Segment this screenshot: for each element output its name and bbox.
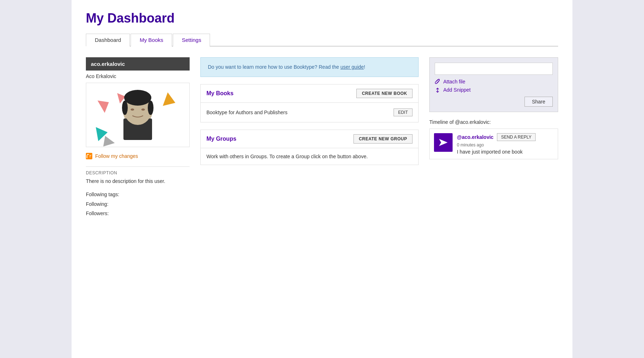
timeline-time: 0 minutes ago xyxy=(457,142,536,147)
svg-marker-0 xyxy=(98,96,113,113)
svg-marker-14 xyxy=(439,139,448,146)
svg-point-11 xyxy=(131,108,134,111)
follow-changes-link[interactable]: Follow my changes xyxy=(95,153,138,159)
share-button[interactable]: Share xyxy=(525,97,553,107)
avatar-area xyxy=(86,83,190,147)
send-reply-button[interactable]: SEND A REPLY xyxy=(497,133,535,141)
timeline-avatar xyxy=(434,133,453,152)
timeline-section: Timeline of @aco.erkalovic: @aco.erkalov… xyxy=(429,119,558,159)
left-column: aco.erkalovic Aco Erkalovic xyxy=(86,57,190,218)
my-books-section: My Books CREATE NEW BOOK Booktype for Au… xyxy=(200,84,419,122)
create-new-group-button[interactable]: CREATE NEW GROUP xyxy=(353,134,413,144)
attach-file-link[interactable]: Attach file xyxy=(435,78,553,84)
my-books-body: Booktype for Authors and Publishers EDIT xyxy=(201,103,418,122)
middle-column: Do you want to learn more how to use Boo… xyxy=(200,57,419,172)
my-groups-header: My Groups CREATE NEW GROUP xyxy=(201,130,418,148)
svg-point-12 xyxy=(141,108,145,111)
groups-body-text: Work with others in Groups. To create a … xyxy=(206,153,413,160)
banner-text-after: ! xyxy=(364,64,365,70)
description-text: There is no description for this user. xyxy=(86,178,190,184)
following-tags-label: Following tags: xyxy=(86,190,190,199)
snippet-area: Attach file Add Snippet Share xyxy=(429,57,558,112)
timeline-content: @aco.erkalovic SEND A REPLY 0 minutes ag… xyxy=(457,133,536,155)
tab-dashboard[interactable]: Dashboard xyxy=(86,34,130,47)
paperclip-icon xyxy=(435,78,440,84)
edit-book-button[interactable]: EDIT xyxy=(394,108,413,116)
full-name: Aco Erkalovic xyxy=(86,72,190,83)
right-column: Attach file Add Snippet Share xyxy=(429,57,558,159)
my-groups-body: Work with others in Groups. To create a … xyxy=(201,148,418,165)
add-snippet-link[interactable]: Add Snippet xyxy=(435,87,553,93)
svg-marker-3 xyxy=(103,136,116,147)
followers-label: Followers: xyxy=(86,209,190,218)
description-label: DESCRIPTION xyxy=(86,166,190,175)
snippet-icon xyxy=(435,87,440,93)
following-label: Following: xyxy=(86,199,190,209)
banner-text-before: Do you want to learn more how to use Boo… xyxy=(208,64,340,70)
tabs-nav: Dashboard My Books Settings xyxy=(86,33,558,47)
book-row: Booktype for Authors and Publishers EDIT xyxy=(206,107,413,118)
my-books-header: My Books CREATE NEW BOOK xyxy=(201,84,418,103)
timeline-username: @aco.erkalovic xyxy=(457,134,493,140)
rss-icon xyxy=(86,153,92,159)
svg-point-8 xyxy=(124,90,151,106)
tab-settings[interactable]: Settings xyxy=(173,34,210,47)
timeline-title: Timeline of @aco.erkalovic: xyxy=(429,119,558,125)
avatar-logo-icon xyxy=(437,136,450,149)
info-banner: Do you want to learn more how to use Boo… xyxy=(200,57,419,77)
follow-link-row: Follow my changes xyxy=(86,153,190,159)
svg-point-10 xyxy=(148,101,153,115)
following-info: Following tags: Following: Followers: xyxy=(86,190,190,218)
page-title: My Dashboard xyxy=(86,11,558,26)
snippet-input[interactable] xyxy=(435,63,553,75)
tab-my-books[interactable]: My Books xyxy=(131,34,172,47)
create-new-book-button[interactable]: CREATE NEW BOOK xyxy=(356,89,413,98)
snippet-actions: Attach file Add Snippet xyxy=(435,78,553,93)
username-bar: aco.erkalovic xyxy=(86,57,190,71)
my-groups-title: My Groups xyxy=(206,136,236,142)
share-button-row: Share xyxy=(435,97,553,107)
timeline-card: @aco.erkalovic SEND A REPLY 0 minutes ag… xyxy=(429,129,558,159)
user-guide-link[interactable]: user guide xyxy=(340,64,364,70)
attach-file-label: Attach file xyxy=(443,79,465,84)
avatar-image xyxy=(116,90,159,140)
timeline-user-row: @aco.erkalovic SEND A REPLY xyxy=(457,133,536,141)
my-books-title: My Books xyxy=(206,90,234,97)
book-title: Booktype for Authors and Publishers xyxy=(206,110,287,115)
timeline-message: I have just imported one book xyxy=(457,149,536,155)
svg-point-9 xyxy=(122,101,128,115)
my-groups-section: My Groups CREATE NEW GROUP Work with oth… xyxy=(200,130,419,165)
svg-point-13 xyxy=(89,156,90,157)
add-snippet-label: Add Snippet xyxy=(443,87,470,93)
svg-marker-1 xyxy=(163,92,178,110)
